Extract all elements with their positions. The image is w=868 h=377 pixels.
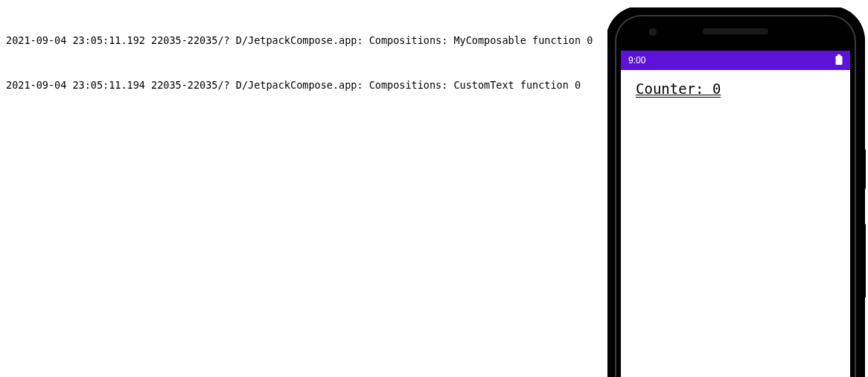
camera-dot-icon	[649, 28, 657, 36]
log-line: 2021-09-04 23:05:11.192 22035-22035/? D/…	[6, 33, 593, 48]
battery-icon	[835, 54, 843, 67]
counter-text[interactable]: Counter: 0	[636, 80, 721, 98]
status-bar-time: 9:00	[628, 55, 645, 66]
svg-rect-0	[837, 54, 840, 56]
phone-bezel: 9:00 Counter: 0	[607, 7, 864, 377]
log-line: 2021-09-04 23:05:11.194 22035-22035/? D/…	[6, 77, 593, 92]
phone-top-hardware	[607, 7, 864, 51]
power-button[interactable]	[864, 149, 866, 189]
device-emulator-frame: 9:00 Counter: 0	[607, 7, 868, 377]
app-body[interactable]: Counter: 0	[621, 70, 850, 107]
counter-label: Counter:	[636, 80, 712, 97]
svg-rect-1	[836, 56, 843, 65]
log-panel: 2021-09-04 23:05:11.192 22035-22035/? D/…	[6, 3, 593, 107]
counter-value: 0	[712, 80, 721, 97]
status-bar-right	[835, 54, 843, 67]
volume-button[interactable]	[864, 224, 866, 298]
phone-screen[interactable]: 9:00 Counter: 0	[621, 51, 850, 377]
status-bar: 9:00	[621, 51, 850, 70]
speaker-slot-icon	[703, 28, 768, 34]
